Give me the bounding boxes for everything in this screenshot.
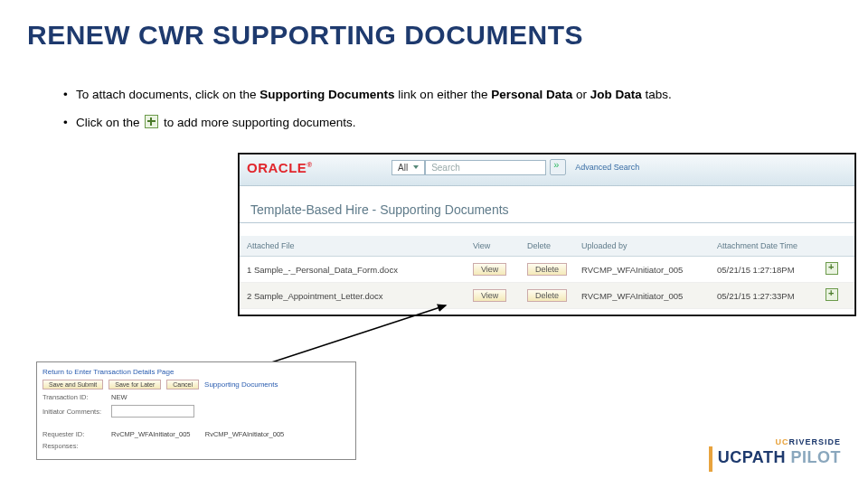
detail-popup: Return to Enter Transaction Details Page… bbox=[36, 361, 356, 460]
cancel-button[interactable]: Cancel bbox=[166, 380, 199, 389]
delete-button[interactable]: Delete bbox=[527, 263, 567, 276]
oracle-logo: ORACLE® bbox=[247, 161, 313, 174]
add-row-icon[interactable] bbox=[826, 288, 838, 301]
bullet-1: To attach documents, click on the Suppor… bbox=[63, 85, 672, 105]
search-go-button[interactable] bbox=[550, 159, 566, 175]
save-later-button[interactable]: Save for Later bbox=[108, 380, 161, 389]
view-button[interactable]: View bbox=[473, 289, 506, 302]
return-link[interactable]: Return to Enter Transaction Details Page bbox=[42, 368, 350, 376]
view-button[interactable]: View bbox=[473, 263, 506, 276]
search-input[interactable]: Search bbox=[425, 160, 546, 175]
comments-field[interactable] bbox=[111, 405, 194, 418]
plus-icon bbox=[145, 115, 158, 128]
app-screenshot: ORACLE® All Search Advanced Search Templ… bbox=[239, 154, 855, 315]
bullet-list: To attach documents, click on the Suppor… bbox=[27, 85, 672, 142]
chevron-down-icon bbox=[413, 165, 419, 169]
table-header: Attached File View Delete Uploaded by At… bbox=[240, 236, 854, 257]
supporting-docs-link[interactable]: Supporting Documents bbox=[204, 380, 278, 389]
scope-dropdown[interactable]: All bbox=[392, 160, 425, 175]
slide-title: RENEW CWR SUPPORTING DOCUMENTS bbox=[27, 20, 583, 51]
bullet-2: Click on the to add more supporting docu… bbox=[63, 113, 672, 133]
delete-button[interactable]: Delete bbox=[527, 289, 567, 302]
footer-logo: UCRIVERSIDE UCPATH PILOT bbox=[709, 437, 841, 472]
table-row: 1 Sample_-_Personal_Data_Form.docx View … bbox=[240, 257, 854, 283]
page-heading: Template-Based Hire - Supporting Documen… bbox=[240, 186, 854, 223]
save-submit-button[interactable]: Save and Submit bbox=[42, 380, 103, 389]
app-toolbar: ORACLE® All Search Advanced Search bbox=[240, 155, 854, 186]
add-row-icon[interactable] bbox=[826, 262, 838, 275]
table-row: 2 Sample_Appointment_Letter.docx View De… bbox=[240, 283, 854, 309]
advanced-search-link[interactable]: Advanced Search bbox=[575, 163, 639, 172]
